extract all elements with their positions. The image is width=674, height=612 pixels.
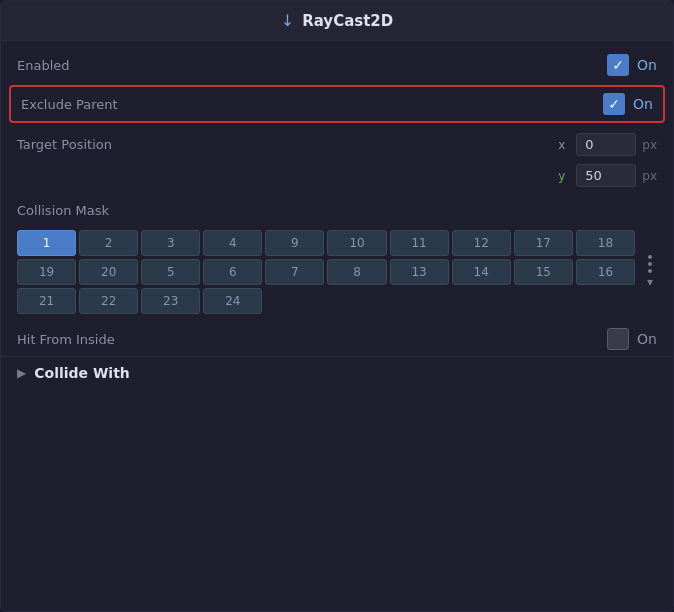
collision-cell-4[interactable]: 4 bbox=[203, 230, 262, 256]
panel-body: Enabled ✓ On Exclude Parent ✓ On Target … bbox=[1, 41, 673, 395]
target-position-section: Target Position x 0 px y 50 px bbox=[1, 125, 673, 195]
collision-cell-23[interactable]: 23 bbox=[141, 288, 200, 314]
collision-cell-6[interactable]: 6 bbox=[203, 259, 262, 285]
collision-cell-3[interactable]: 3 bbox=[141, 230, 200, 256]
collision-cell-17[interactable]: 17 bbox=[514, 230, 573, 256]
dot-1 bbox=[648, 255, 652, 259]
chevron-down-icon: ▾ bbox=[647, 275, 653, 289]
x-coord-group: x 0 px bbox=[558, 133, 657, 156]
collision-cell-12[interactable]: 12 bbox=[452, 230, 511, 256]
x-unit-label: px bbox=[642, 138, 657, 152]
x-value-input[interactable]: 0 bbox=[576, 133, 636, 156]
panel-header: ↓ RayCast2D bbox=[1, 1, 673, 41]
collide-with-header[interactable]: ▶ Collide With bbox=[17, 365, 657, 381]
raycast-icon: ↓ bbox=[281, 11, 294, 30]
target-position-x-row: Target Position x 0 px bbox=[1, 129, 673, 160]
dot-3 bbox=[648, 269, 652, 273]
collision-cell-22[interactable]: 22 bbox=[79, 288, 138, 314]
hit-from-inside-control: On bbox=[607, 328, 657, 350]
enabled-label: Enabled bbox=[17, 58, 607, 73]
hit-from-inside-checkbox[interactable] bbox=[607, 328, 629, 350]
enabled-row: Enabled ✓ On bbox=[1, 47, 673, 83]
collide-with-section: ▶ Collide With bbox=[1, 356, 673, 389]
x-axis-label: x bbox=[558, 138, 570, 152]
enabled-toggle-label: On bbox=[637, 57, 657, 73]
panel-title: RayCast2D bbox=[302, 12, 393, 30]
more-dots-icon bbox=[648, 255, 652, 273]
collision-cell-18[interactable]: 18 bbox=[576, 230, 635, 256]
exclude-parent-checkbox[interactable]: ✓ bbox=[603, 93, 625, 115]
enabled-checkbox[interactable]: ✓ bbox=[607, 54, 629, 76]
exclude-parent-row: Exclude Parent ✓ On bbox=[9, 85, 665, 123]
collision-cell-7[interactable]: 7 bbox=[265, 259, 324, 285]
exclude-parent-toggle-label: On bbox=[633, 96, 653, 112]
target-position-y-row: y 50 px bbox=[1, 160, 673, 191]
target-position-label: Target Position bbox=[17, 137, 558, 152]
collision-cell-2[interactable]: 2 bbox=[79, 230, 138, 256]
collision-cell-8[interactable]: 8 bbox=[327, 259, 386, 285]
hit-from-inside-row: Hit From Inside On bbox=[1, 322, 673, 356]
collision-cell-21[interactable]: 21 bbox=[17, 288, 76, 314]
collision-grid-wrapper: 123491011121718192056781314151621222324 … bbox=[17, 230, 657, 314]
enabled-checkmark: ✓ bbox=[612, 57, 624, 73]
collision-cell-14[interactable]: 14 bbox=[452, 259, 511, 285]
raycast2d-panel: ↓ RayCast2D Enabled ✓ On Exclude Parent … bbox=[0, 0, 674, 612]
collision-cell-1[interactable]: 1 bbox=[17, 230, 76, 256]
collision-cell-10[interactable]: 10 bbox=[327, 230, 386, 256]
y-coord-group: y 50 px bbox=[558, 164, 657, 187]
collide-with-arrow-icon: ▶ bbox=[17, 366, 26, 380]
dot-2 bbox=[648, 262, 652, 266]
hit-from-inside-label: Hit From Inside bbox=[17, 332, 607, 347]
hit-from-inside-toggle-label: On bbox=[637, 331, 657, 347]
collision-cell-20[interactable]: 20 bbox=[79, 259, 138, 285]
y-value-input[interactable]: 50 bbox=[576, 164, 636, 187]
collision-grid: 123491011121718192056781314151621222324 bbox=[17, 230, 635, 314]
collision-cell-11[interactable]: 11 bbox=[390, 230, 449, 256]
collision-mask-section: Collision Mask 1234910111217181920567813… bbox=[1, 195, 673, 322]
collision-cell-15[interactable]: 15 bbox=[514, 259, 573, 285]
collision-more-options[interactable]: ▾ bbox=[643, 251, 657, 293]
enabled-control: ✓ On bbox=[607, 54, 657, 76]
collision-cell-13[interactable]: 13 bbox=[390, 259, 449, 285]
collision-cell-16[interactable]: 16 bbox=[576, 259, 635, 285]
exclude-parent-label: Exclude Parent bbox=[21, 97, 603, 112]
collide-with-label: Collide With bbox=[34, 365, 130, 381]
exclude-parent-control: ✓ On bbox=[603, 93, 653, 115]
y-unit-label: px bbox=[642, 169, 657, 183]
collision-cell-19[interactable]: 19 bbox=[17, 259, 76, 285]
collision-cell-5[interactable]: 5 bbox=[141, 259, 200, 285]
collision-mask-label: Collision Mask bbox=[17, 199, 657, 222]
exclude-parent-checkmark: ✓ bbox=[608, 96, 620, 112]
y-axis-label: y bbox=[558, 169, 570, 183]
collision-cell-24[interactable]: 24 bbox=[203, 288, 262, 314]
collision-cell-9[interactable]: 9 bbox=[265, 230, 324, 256]
